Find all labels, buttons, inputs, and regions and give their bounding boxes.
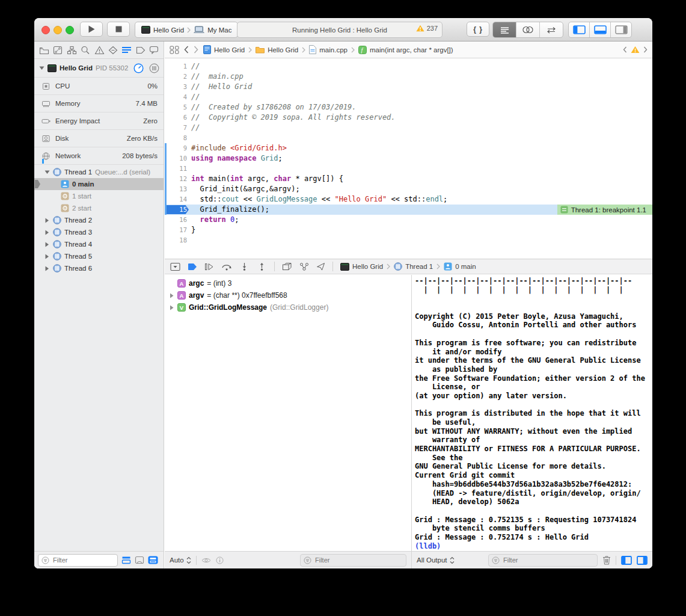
gauge-row-cpu[interactable]: CPU0% <box>34 77 164 94</box>
debug-breadcrumb-item[interactable]: Hello Grid <box>340 263 383 271</box>
line-number[interactable]: 4 <box>165 92 191 102</box>
variable-row[interactable]: Aargc = (int) 3 <box>165 277 411 289</box>
variables-view[interactable]: Aargc = (int) 3Aargv = (char **) 0x7ffee… <box>165 275 411 551</box>
eye-icon[interactable] <box>201 557 211 564</box>
back-button[interactable] <box>184 46 189 54</box>
line-number[interactable]: 17 <box>165 225 191 235</box>
simulate-location-button[interactable] <box>316 262 325 271</box>
disclosure-right-icon[interactable] <box>168 293 174 298</box>
thread-row[interactable]: Thread 4 <box>34 238 164 250</box>
variables-scope-select[interactable]: Auto <box>170 556 191 564</box>
previous-issue-button[interactable] <box>623 46 627 53</box>
line-number[interactable]: 16 <box>165 215 191 225</box>
gauge-row-energy-impact[interactable]: Energy ImpactZero <box>34 112 164 129</box>
pause-threads-button[interactable] <box>149 63 159 73</box>
console-scope-select[interactable]: All Output <box>417 556 455 564</box>
project-navigator-tab[interactable] <box>39 46 49 55</box>
profile-gauge-button[interactable] <box>133 63 144 73</box>
test-navigator-tab[interactable] <box>108 46 118 55</box>
next-issue-button[interactable] <box>643 46 648 53</box>
show-crashed-threads-icon[interactable] <box>135 556 144 564</box>
gauge-row-network[interactable]: Network208 bytes/s <box>34 147 164 164</box>
scheme-selector[interactable]: Hello Grid My Mac <box>135 22 238 38</box>
standard-editor-button[interactable]: { } <box>467 22 489 37</box>
thread-row[interactable]: Thread 3 <box>34 226 164 238</box>
memory-graph-button[interactable] <box>299 262 309 271</box>
assistant-lines-editor-button[interactable] <box>493 22 516 37</box>
debug-navigator-tab[interactable] <box>121 46 132 54</box>
process-row[interactable]: Hello Grid PID 55302 <box>34 61 164 75</box>
line-number[interactable]: 2 <box>165 72 191 82</box>
debug-breadcrumb-item[interactable]: Thread 1 <box>394 262 433 271</box>
breakpoint-navigator-tab[interactable] <box>136 46 145 54</box>
zoom-window-button[interactable] <box>66 26 74 34</box>
line-number[interactable]: 11 <box>165 164 191 174</box>
disclosure-right-icon[interactable] <box>44 254 50 259</box>
issue-navigator-tab[interactable] <box>94 46 105 55</box>
thread-row[interactable]: Thread 6 <box>34 262 164 274</box>
source-editor[interactable]: 1//2// main.cpp3// Hello Grid4//5// Crea… <box>165 58 652 259</box>
variables-filter-field[interactable] <box>300 554 406 567</box>
trash-icon[interactable] <box>602 555 611 565</box>
disclosure-right-icon[interactable] <box>44 266 50 271</box>
stack-frame-row[interactable]: 0 main <box>34 178 164 190</box>
console-filter-field[interactable] <box>488 554 598 567</box>
view-mode-toggle-icon[interactable] <box>148 556 158 564</box>
line-number[interactable]: 12 <box>165 174 191 184</box>
variable-row[interactable]: VGrid::GridLogMessage (Grid::GridLogger) <box>165 301 411 313</box>
lldb-prompt[interactable]: (lldb) <box>415 542 652 551</box>
disclosure-right-icon[interactable] <box>44 242 50 247</box>
stop-button[interactable] <box>107 22 130 37</box>
find-navigator-tab[interactable] <box>81 46 90 55</box>
minimize-button[interactable] <box>54 26 62 34</box>
forward-button[interactable] <box>194 46 198 54</box>
console-output[interactable]: --|--|--|--|--|--|--|--|--|--|--|--|--|-… <box>412 275 652 551</box>
step-into-button[interactable] <box>239 262 250 271</box>
line-number[interactable]: 18 <box>165 235 191 245</box>
inspector-panel-toggle[interactable] <box>611 22 631 37</box>
report-navigator-tab[interactable] <box>149 46 159 54</box>
line-number[interactable]: 7 <box>165 123 191 133</box>
info-icon[interactable] <box>216 556 224 564</box>
disclosure-right-icon[interactable] <box>168 305 174 310</box>
navigator-filter-field[interactable] <box>38 554 118 567</box>
line-number[interactable]: 3 <box>165 82 191 92</box>
hide-debug-area-button[interactable] <box>170 262 180 271</box>
disclosure-right-icon[interactable] <box>44 230 50 235</box>
line-number[interactable]: 5 <box>165 102 191 112</box>
stack-frame-row[interactable]: 1 start <box>34 190 164 202</box>
jumpbar-item[interactable]: Hello Grid <box>256 46 298 54</box>
version-editor-button[interactable] <box>540 22 563 37</box>
stack-frame-row[interactable]: 2 start <box>34 202 164 214</box>
line-number[interactable]: 14 <box>165 194 191 205</box>
breakpoint-annotation[interactable]: Thread 1: breakpoint 1.1 <box>557 205 652 215</box>
line-number[interactable]: 1 <box>165 61 191 72</box>
line-number[interactable]: 10 <box>165 153 191 164</box>
line-number[interactable]: 13 <box>165 184 191 194</box>
source-control-tab[interactable] <box>53 46 63 55</box>
step-out-button[interactable] <box>257 262 267 271</box>
warning-badge[interactable]: 237 <box>416 25 438 32</box>
console-filter-input[interactable] <box>502 556 580 564</box>
variables-pane-toggle[interactable] <box>621 556 632 565</box>
gauge-row-memory[interactable]: Memory7.4 MB <box>34 94 164 112</box>
close-button[interactable] <box>41 26 50 34</box>
line-number[interactable]: 9 <box>165 143 191 153</box>
breakpoints-toggle-button[interactable] <box>188 263 197 271</box>
jumpbar-item[interactable]: fmain(int argc, char * argv[]) <box>358 46 453 54</box>
show-frames-with-source-icon[interactable] <box>121 556 131 564</box>
symbol-navigator-tab[interactable] <box>67 46 77 55</box>
line-number[interactable]: 15 <box>165 205 191 215</box>
navigator-panel-toggle[interactable] <box>569 22 590 37</box>
disclosure-down-icon[interactable] <box>39 66 44 70</box>
line-number[interactable]: 6 <box>165 112 191 123</box>
step-over-button[interactable] <box>221 262 232 271</box>
continue-button[interactable] <box>204 263 214 271</box>
assistant-editor-button[interactable] <box>516 22 540 37</box>
disclosure-down-icon[interactable] <box>44 170 50 174</box>
thread-row[interactable]: Thread 1Queue:...d (serial) <box>34 166 164 178</box>
run-button[interactable] <box>80 22 103 37</box>
thread-row[interactable]: Thread 5 <box>34 250 164 262</box>
navigator-filter-input[interactable] <box>52 556 114 564</box>
related-items-icon[interactable] <box>170 46 179 54</box>
